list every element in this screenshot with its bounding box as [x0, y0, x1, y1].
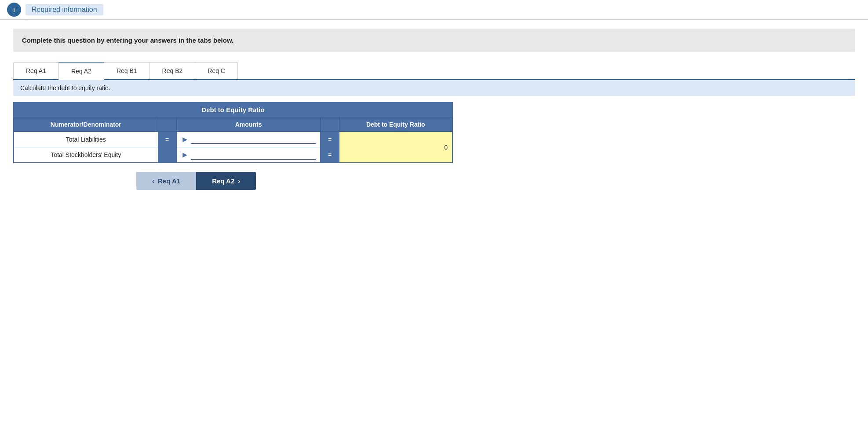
instruction-box: Complete this question by entering your …	[13, 29, 855, 52]
row2-equals	[158, 147, 176, 163]
nav-buttons: ‹ Req A1 Req A2 ›	[13, 172, 453, 190]
tab-req-c[interactable]: Req C	[195, 62, 238, 79]
row1-amount-input[interactable]	[191, 135, 316, 144]
result-cell: 0	[339, 132, 452, 163]
ratio-table-container: Debt to Equity Ratio Numerator/Denominat…	[13, 102, 453, 163]
tab-req-b2[interactable]: Req B2	[150, 62, 196, 79]
tab-req-b1[interactable]: Req B1	[104, 62, 150, 79]
row1-arrow-icon: ►	[181, 135, 189, 144]
row1-label: Total Liabilities	[14, 132, 158, 147]
instruction-text: Complete this question by entering your …	[22, 36, 846, 44]
next-arrow-icon: ›	[238, 177, 240, 185]
prev-button[interactable]: ‹ Req A1	[136, 172, 196, 190]
row2-input-cell: ►	[176, 147, 321, 163]
col-header-ratio: Debt to Equity Ratio	[339, 117, 452, 132]
col-header-numerator-denominator: Numerator/Denominator	[14, 117, 158, 132]
col-header-amounts: Amounts	[176, 117, 321, 132]
row2-equals2: =	[321, 147, 339, 163]
table-row: Total Liabilities = ► = 0	[14, 132, 452, 147]
data-table: Numerator/Denominator Amounts Debt to Eq…	[14, 117, 452, 163]
row2-arrow-icon: ►	[181, 150, 189, 160]
result-value: 0	[444, 144, 448, 151]
header-bar: i Required information	[0, 0, 868, 20]
row2-amount-input[interactable]	[191, 150, 316, 160]
row2-label: Total Stockholders' Equity	[14, 147, 158, 163]
info-icon: i	[7, 3, 21, 17]
main-content: Complete this question by entering your …	[0, 20, 868, 203]
prev-button-label: Req A1	[158, 177, 180, 185]
row1-equals: =	[158, 132, 176, 147]
col-header-equals	[321, 117, 339, 132]
next-button[interactable]: Req A2 ›	[196, 172, 256, 190]
prev-arrow-icon: ‹	[152, 177, 154, 185]
row1-input-cell: ►	[176, 132, 321, 147]
col-header-divider	[158, 117, 176, 132]
tab-description: Calculate the debt to equity ratio.	[13, 80, 855, 96]
tab-req-a2[interactable]: Req A2	[58, 62, 104, 80]
page-title: Required information	[26, 4, 103, 15]
row1-equals2: =	[321, 132, 339, 147]
tab-req-a1[interactable]: Req A1	[13, 62, 59, 79]
svg-text:i: i	[13, 7, 15, 13]
next-button-label: Req A2	[212, 177, 234, 185]
table-title: Debt to Equity Ratio	[14, 102, 452, 117]
tabs-container: Req A1 Req A2 Req B1 Req B2 Req C	[13, 62, 855, 80]
